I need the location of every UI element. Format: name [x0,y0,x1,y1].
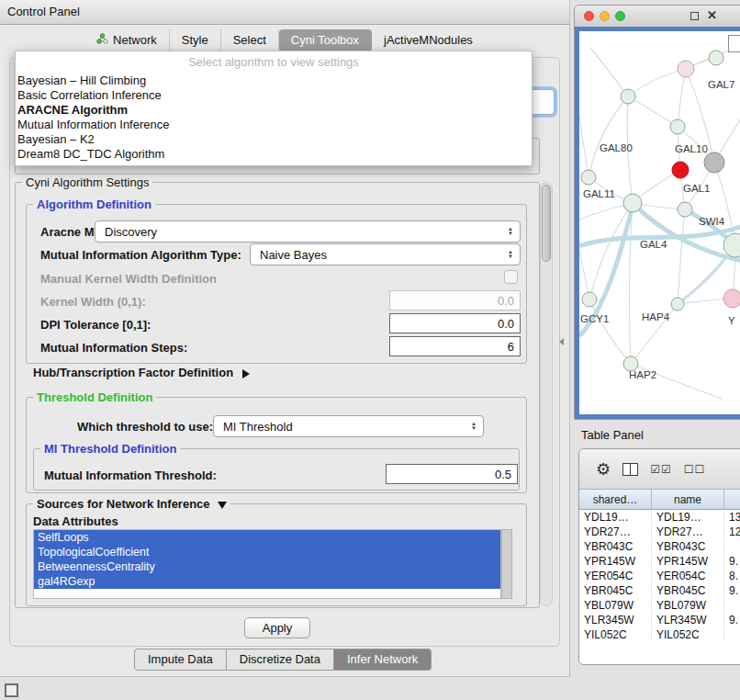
node-label: GAL11 [583,188,615,199]
algorithm-option[interactable]: ARACNE Algorithm [16,103,532,118]
tab-label: Style [182,29,208,51]
hub-section-label: Hub/Transcription Factor Definition [33,366,233,379]
table-row[interactable]: YDL19…YDL19…13 [579,510,740,525]
table-cell: YIL052C [652,628,724,641]
table-row[interactable]: YIL052CYIL052C [579,627,740,642]
tab-cyni-toolbox[interactable]: Cyni Toolbox [279,29,372,51]
which-threshold-select[interactable]: MI Threshold ▲▼ [213,415,484,437]
table-row[interactable]: YER054CYER054C8. [579,569,740,583]
graph-node[interactable] [704,152,724,173]
mi-type-select[interactable]: Naive Bayes ▲▼ [250,243,521,265]
dpi-tolerance-field[interactable]: 0.0 [389,313,521,333]
hidden-panel-icon[interactable] [5,683,18,697]
attribute-item[interactable]: SelfLoops [34,530,500,545]
graph-edge [629,203,633,364]
birdseye-box[interactable] [728,35,740,52]
hub-section-toggle[interactable]: Hub/Transcription Factor Definition [33,366,250,379]
gear-icon[interactable]: ⚙ [596,461,611,478]
apply-button[interactable]: Apply [244,617,310,638]
sources-title-toggle[interactable]: Sources for Network Inference [33,497,230,511]
float-window-icon[interactable] [690,12,699,20]
graph-node[interactable] [723,289,740,308]
combo-arrows-icon: ▲▼ [467,418,480,435]
bottom-tab-infer-network[interactable]: Infer Network [334,649,432,671]
tab-style[interactable]: Style [170,29,221,51]
collapse-down-icon [218,502,227,509]
graph-edge [628,69,686,96]
tab-network[interactable]: Network [84,29,170,51]
network-canvas[interactable]: GAL7GAL80GAL10GAL11GAL1SWI4GAL4GCY1HAP4H… [575,27,740,419]
algorithm-option[interactable]: Mutual Information Inference [16,118,532,132]
graph-node[interactable] [709,51,723,65]
column-header[interactable]: shared… [579,490,652,509]
threshold-definition-title: Threshold Definition [33,390,156,404]
mi-threshold-field[interactable]: 0.5 [386,464,518,484]
column-header[interactable] [724,490,740,509]
column-header[interactable]: name [652,490,724,509]
graph-node[interactable] [582,292,597,307]
graph-node[interactable] [670,119,685,134]
bottom-tab-discretize-data[interactable]: Discretize Data [227,649,334,671]
expand-right-icon [242,369,250,378]
deselect-columns-icon[interactable]: ☐☐ [684,463,706,476]
table-cell: YDR27… [579,525,652,538]
table-cell: 8. [724,570,740,582]
table-cell: YBR043C [652,540,724,553]
tab-select[interactable]: Select [221,29,279,51]
close-traffic-light[interactable] [584,11,594,21]
tab-jactivemnodules[interactable]: jActiveMNodules [372,29,485,51]
minimize-traffic-light[interactable] [600,11,610,21]
node-label: GAL10 [675,143,708,154]
data-attributes-label: Data Attributes [33,514,118,528]
algorithm-option[interactable]: Basic Correlation Inference [16,88,532,103]
mi-steps-value: 6 [508,340,514,354]
graph-node[interactable] [671,298,684,310]
graph-node[interactable] [623,194,642,212]
tab-label: jActiveMNodules [384,29,473,51]
manual-kernel-label: Manual Kernel Width Definition [40,272,217,286]
settings-scrollbar-thumb[interactable] [542,185,551,262]
data-attributes-list[interactable]: SelfLoopsTopologicalCoefficientBetweenne… [33,529,501,599]
settings-scrollbar[interactable] [540,182,553,606]
select-all-columns-icon[interactable]: ☑☑ [650,463,672,476]
bottom-tab-impute-data[interactable]: Impute Data [134,649,227,671]
close-window-icon[interactable]: ✕ [707,8,717,22]
table-row[interactable]: YDR27…YDR27…12 [579,525,740,539]
panel-collapse-arrow[interactable] [559,338,564,345]
table-cell: YBR045C [579,584,652,597]
graph-node[interactable] [678,61,694,77]
table-header-row: shared…name [579,490,740,510]
graph-node[interactable] [678,202,692,217]
algorithm-option[interactable]: Bayesian – Hill Climbing [16,73,532,88]
table-cell: YBL079W [652,599,724,612]
algorithm-option[interactable]: Bayesian – K2 [16,132,532,147]
manual-kernel-checkbox[interactable] [504,270,518,284]
node-label: HAP2 [629,369,656,380]
network-window-titlebar[interactable]: ✕ [575,6,740,28]
table-row[interactable]: YPR145WYPR145W9. [579,554,740,569]
graph-node[interactable] [672,162,689,178]
mi-steps-field[interactable]: 6 [389,336,521,356]
algorithm-option[interactable]: Dream8 DC_TDC Algorithm [16,147,532,162]
attribute-item[interactable]: BetweennessCentrality [34,559,500,574]
attributes-scrollbar[interactable] [501,529,512,599]
graph-node[interactable] [581,170,596,185]
table-cell: YER054C [652,570,724,582]
table-row[interactable]: YBL079WYBL079W [579,598,740,613]
table-row[interactable]: YBR045CYBR045C9. [579,583,740,598]
attribute-item[interactable]: gal4RGexp [34,574,500,589]
node-label: HAP4 [642,311,670,322]
kernel-width-field[interactable]: 0.0 [389,290,521,310]
network-graph[interactable]: GAL7GAL80GAL10GAL11GAL1SWI4GAL4GCY1HAP4H… [579,31,740,418]
attribute-item[interactable]: TopologicalCoefficient [34,545,500,559]
node-label: GAL7 [708,79,734,90]
columns-icon[interactable] [622,463,638,476]
graph-node[interactable] [621,89,635,104]
table-cell: YIL052C [579,628,652,641]
zoom-traffic-light[interactable] [615,11,625,21]
aracne-mode-select[interactable]: Discovery ▲▼ [95,220,521,243]
table-row[interactable]: YBR043CYBR043C [579,539,740,554]
table-row[interactable]: YLR345WYLR345W9. [579,613,740,627]
control-panel-titlebar[interactable]: Control Panel [0,0,569,25]
mi-threshold-label: Mutual Information Threshold: [44,469,217,482]
